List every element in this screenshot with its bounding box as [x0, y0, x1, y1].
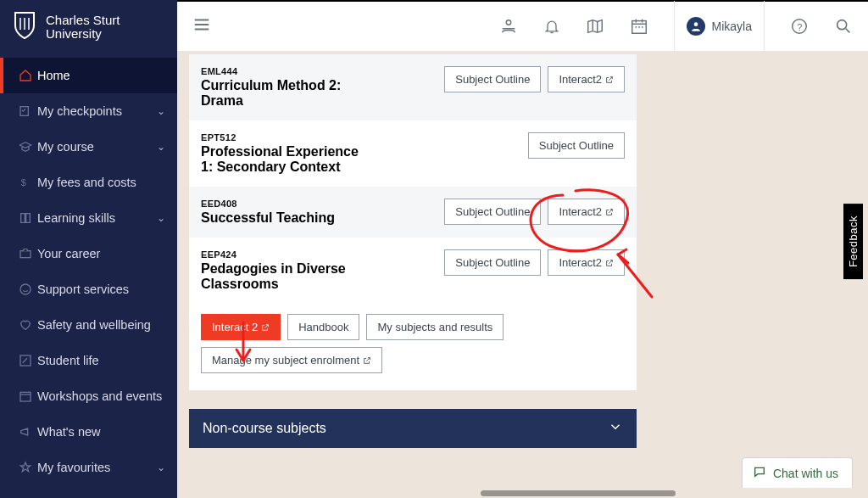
sidebar-item-label: My checkpoints — [37, 104, 157, 118]
chat-label: Chat with us — [773, 467, 838, 480]
course-card-ept512: EPT512 Professional Experience 1: Second… — [189, 120, 637, 187]
course-title: Pedagogies in Diverse Classrooms — [201, 261, 362, 292]
interact2-button[interactable]: Interact2 — [548, 66, 625, 92]
svg-point-9 — [638, 26, 640, 28]
help-icon[interactable]: ? — [790, 17, 809, 36]
edit-icon — [19, 354, 37, 367]
chat-widget[interactable]: Chat with us — [742, 457, 853, 488]
sidebar-item-student-life[interactable]: Student life — [0, 343, 177, 378]
calendar-icon — [19, 389, 37, 403]
bell-icon[interactable] — [543, 17, 560, 36]
manage-enrolment-button[interactable]: Manage my subject enrolment — [201, 347, 382, 373]
accordion-title: Non-course subjects — [203, 421, 326, 436]
course-code: EML444 — [201, 66, 436, 76]
chat-icon — [753, 465, 766, 481]
interact2-button[interactable]: Interact2 — [548, 249, 625, 276]
map-icon[interactable] — [586, 17, 604, 36]
star-icon — [19, 461, 37, 474]
sidebar-item-label: What's new — [37, 425, 165, 439]
my-subjects-results-button[interactable]: My subjects and results — [366, 314, 504, 340]
subjects-panel: EML444 Curriculum Method 2: Drama Subjec… — [189, 54, 637, 390]
svg-rect-0 — [20, 107, 28, 116]
course-card-eed408: EED408 Successful Teaching Subject Outli… — [189, 187, 637, 238]
external-link-icon — [363, 356, 371, 365]
sidebar-item-label: My favourites — [37, 461, 157, 474]
subject-outline-button[interactable]: Subject Outline — [444, 199, 541, 225]
heart-icon — [19, 318, 37, 332]
sidebar-item-label: My fees and costs — [37, 176, 165, 189]
interact2-main-button[interactable]: Interact 2 — [201, 314, 281, 340]
brand-crest-icon — [12, 10, 37, 44]
user-name: Mikayla — [712, 20, 752, 33]
topbar: Mikayla ? — [177, 0, 868, 51]
chevron-down-icon: ⌄ — [157, 462, 165, 473]
topbar-actions: Mikayla ? — [499, 1, 853, 52]
sidebar-item-workshops[interactable]: Workshops and events — [0, 378, 177, 414]
interact2-button[interactable]: Interact2 — [548, 199, 625, 225]
subject-outline-button[interactable]: Subject Outline — [444, 249, 541, 276]
student-icon[interactable] — [499, 17, 518, 36]
sidebar-item-your-career[interactable]: Your career — [0, 236, 177, 271]
svg-point-6 — [506, 20, 511, 25]
course-title: Professional Experience 1: Secondary Con… — [201, 144, 362, 175]
svg-rect-2 — [20, 251, 31, 258]
sidebar-item-whats-new[interactable]: What's new — [0, 414, 177, 450]
brand-line-1: Charles Sturt — [46, 14, 120, 28]
sidebar-item-my-fees[interactable]: $ My fees and costs — [0, 165, 177, 200]
svg-point-14 — [837, 20, 847, 30]
panel-footer-buttons: Interact 2 Handbook My subjects and resu… — [189, 314, 637, 373]
subject-outline-button[interactable]: Subject Outline — [444, 66, 541, 92]
svg-point-11 — [693, 22, 698, 26]
home-icon — [19, 69, 37, 82]
noncourse-accordion[interactable]: Non-course subjects — [189, 409, 637, 448]
user-menu[interactable]: Mikayla — [674, 1, 765, 52]
sidebar-item-safety-wellbeing[interactable]: Safety and wellbeing — [0, 307, 177, 343]
smile-icon — [19, 283, 37, 296]
search-icon[interactable] — [834, 17, 853, 36]
sidebar-item-my-favourites[interactable]: My favourites ⌄ — [0, 450, 177, 485]
chevron-down-icon: ⌄ — [157, 212, 165, 224]
sidebar-item-label: Home — [37, 69, 165, 82]
subject-outline-button[interactable]: Subject Outline — [528, 132, 625, 159]
sidebar-item-learning-skills[interactable]: Learning skills ⌄ — [0, 200, 177, 236]
course-card-eep424: EEP424 Pedagogies in Diverse Classrooms … — [189, 238, 637, 304]
course-card-eml444: EML444 Curriculum Method 2: Drama Subjec… — [189, 54, 637, 120]
course-title: Curriculum Method 2: Drama — [201, 78, 362, 109]
content-area: EML444 Curriculum Method 2: Drama Subjec… — [177, 51, 868, 498]
handbook-button[interactable]: Handbook — [287, 314, 359, 340]
briefcase-icon — [19, 247, 37, 260]
brand-line-2: University — [46, 27, 120, 42]
sidebar-nav: Home My checkpoints ⌄ My course ⌄ $ My f… — [0, 58, 177, 485]
sidebar-item-label: Student life — [37, 354, 165, 367]
svg-text:?: ? — [797, 22, 802, 32]
brand-block: Charles Sturt University — [0, 0, 177, 58]
megaphone-icon — [19, 425, 37, 439]
svg-point-3 — [20, 284, 31, 294]
course-code: EEP424 — [201, 249, 436, 260]
svg-text:$: $ — [21, 177, 26, 187]
menu-toggle-icon[interactable] — [192, 15, 211, 37]
checklist-icon — [19, 104, 37, 118]
sidebar-item-home[interactable]: Home — [0, 58, 177, 93]
horizontal-scrollbar-thumb[interactable] — [481, 490, 676, 496]
sidebar-item-my-course[interactable]: My course ⌄ — [0, 129, 177, 165]
course-code: EPT512 — [201, 132, 520, 143]
external-link-icon — [605, 208, 614, 216]
sidebar-item-label: Safety and wellbeing — [37, 318, 165, 332]
sidebar-item-label: My course — [37, 140, 157, 154]
external-link-icon — [261, 323, 270, 332]
graduation-cap-icon — [19, 140, 37, 154]
sidebar-item-label: Learning skills — [37, 211, 157, 225]
sidebar-item-support-services[interactable]: Support services — [0, 271, 177, 307]
chevron-down-icon: ⌄ — [157, 105, 165, 117]
chevron-down-icon — [608, 419, 623, 438]
course-code: EED408 — [201, 199, 436, 209]
calendar-icon[interactable] — [630, 17, 648, 36]
book-icon — [19, 211, 37, 225]
svg-point-8 — [635, 26, 637, 28]
sidebar-item-label: Your career — [37, 247, 165, 260]
feedback-tab[interactable]: Feedback — [843, 204, 863, 279]
external-link-icon — [605, 76, 614, 84]
avatar-icon — [687, 17, 705, 36]
sidebar-item-my-checkpoints[interactable]: My checkpoints ⌄ — [0, 93, 177, 129]
